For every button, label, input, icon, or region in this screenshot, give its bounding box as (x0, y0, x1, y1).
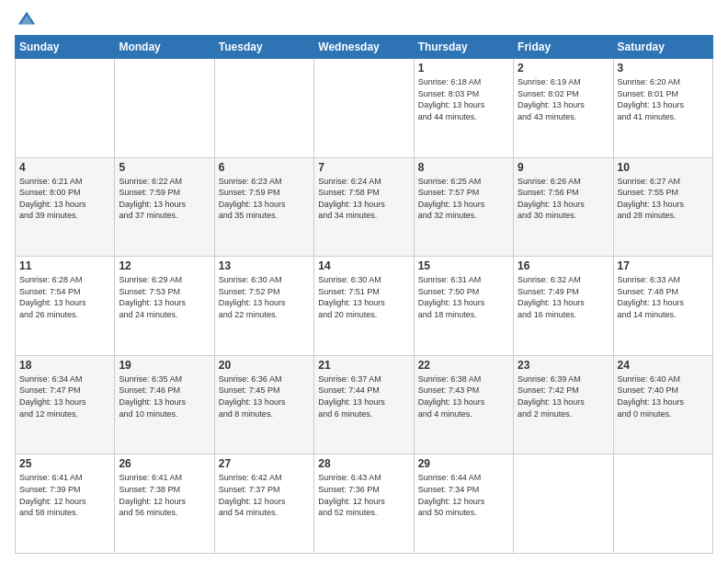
calendar-cell: 10Sunrise: 6:27 AM Sunset: 7:55 PM Dayli… (613, 157, 712, 257)
day-info: Sunrise: 6:39 AM Sunset: 7:42 PM Dayligh… (518, 373, 609, 419)
day-number: 12 (119, 259, 210, 272)
day-number: 26 (119, 457, 210, 470)
day-number: 13 (219, 259, 310, 272)
calendar-cell: 6Sunrise: 6:23 AM Sunset: 7:59 PM Daylig… (214, 157, 313, 257)
weekday-friday: Friday (514, 36, 613, 59)
calendar-cell: 18Sunrise: 6:34 AM Sunset: 7:47 PM Dayli… (16, 355, 115, 454)
calendar-cell: 21Sunrise: 6:37 AM Sunset: 7:44 PM Dayli… (314, 355, 414, 454)
day-info: Sunrise: 6:26 AM Sunset: 7:56 PM Dayligh… (518, 176, 609, 222)
calendar-week-2: 11Sunrise: 6:28 AM Sunset: 7:54 PM Dayli… (16, 257, 713, 356)
weekday-monday: Monday (115, 36, 214, 59)
day-number: 14 (318, 259, 409, 272)
day-number: 10 (618, 161, 709, 174)
day-info: Sunrise: 6:35 AM Sunset: 7:46 PM Dayligh… (119, 373, 210, 419)
day-info: Sunrise: 6:30 AM Sunset: 7:52 PM Dayligh… (219, 274, 310, 320)
day-info: Sunrise: 6:33 AM Sunset: 7:48 PM Dayligh… (618, 274, 709, 320)
calendar-cell: 19Sunrise: 6:35 AM Sunset: 7:46 PM Dayli… (115, 355, 214, 454)
day-number: 16 (518, 259, 609, 272)
day-number: 11 (19, 259, 110, 272)
day-number: 24 (618, 359, 709, 372)
calendar-week-0: 1Sunrise: 6:18 AM Sunset: 8:03 PM Daylig… (16, 59, 713, 158)
day-number: 1 (418, 62, 509, 75)
day-info: Sunrise: 6:23 AM Sunset: 7:59 PM Dayligh… (219, 176, 310, 222)
calendar-cell: 27Sunrise: 6:42 AM Sunset: 7:37 PM Dayli… (214, 454, 313, 554)
calendar-table: SundayMondayTuesdayWednesdayThursdayFrid… (15, 35, 713, 554)
calendar-cell: 12Sunrise: 6:29 AM Sunset: 7:53 PM Dayli… (115, 257, 214, 356)
calendar-cell: 11Sunrise: 6:28 AM Sunset: 7:54 PM Dayli… (16, 257, 115, 356)
calendar-week-4: 25Sunrise: 6:41 AM Sunset: 7:39 PM Dayli… (16, 454, 713, 554)
calendar-cell: 13Sunrise: 6:30 AM Sunset: 7:52 PM Dayli… (214, 257, 313, 356)
day-info: Sunrise: 6:42 AM Sunset: 7:37 PM Dayligh… (219, 472, 310, 518)
day-info: Sunrise: 6:34 AM Sunset: 7:47 PM Dayligh… (19, 373, 110, 419)
calendar-week-1: 4Sunrise: 6:21 AM Sunset: 8:00 PM Daylig… (16, 157, 713, 257)
day-number: 29 (418, 457, 509, 470)
day-number: 27 (219, 457, 310, 470)
calendar-cell: 4Sunrise: 6:21 AM Sunset: 8:00 PM Daylig… (16, 157, 115, 257)
calendar-cell: 1Sunrise: 6:18 AM Sunset: 8:03 PM Daylig… (414, 59, 513, 158)
weekday-thursday: Thursday (414, 36, 513, 59)
day-number: 9 (518, 161, 609, 174)
day-info: Sunrise: 6:31 AM Sunset: 7:50 PM Dayligh… (418, 274, 509, 320)
day-info: Sunrise: 6:27 AM Sunset: 7:55 PM Dayligh… (618, 176, 709, 222)
calendar-cell (613, 454, 712, 554)
day-info: Sunrise: 6:18 AM Sunset: 8:03 PM Dayligh… (418, 76, 509, 122)
day-info: Sunrise: 6:40 AM Sunset: 7:40 PM Dayligh… (618, 373, 709, 419)
day-info: Sunrise: 6:41 AM Sunset: 7:38 PM Dayligh… (119, 472, 210, 518)
day-number: 6 (219, 161, 310, 174)
calendar-cell: 29Sunrise: 6:44 AM Sunset: 7:34 PM Dayli… (414, 454, 513, 554)
calendar-cell (16, 59, 115, 158)
logo-icon (17, 9, 37, 29)
calendar-cell (214, 59, 313, 158)
day-number: 5 (119, 161, 210, 174)
calendar-cell: 15Sunrise: 6:31 AM Sunset: 7:50 PM Dayli… (414, 257, 513, 356)
weekday-sunday: Sunday (16, 36, 115, 59)
page-header (15, 9, 713, 29)
day-info: Sunrise: 6:30 AM Sunset: 7:51 PM Dayligh… (318, 274, 409, 320)
calendar-cell: 17Sunrise: 6:33 AM Sunset: 7:48 PM Dayli… (613, 257, 712, 356)
day-info: Sunrise: 6:37 AM Sunset: 7:44 PM Dayligh… (318, 373, 409, 419)
calendar-cell: 9Sunrise: 6:26 AM Sunset: 7:56 PM Daylig… (514, 157, 613, 257)
day-info: Sunrise: 6:29 AM Sunset: 7:53 PM Dayligh… (119, 274, 210, 320)
day-info: Sunrise: 6:36 AM Sunset: 7:45 PM Dayligh… (219, 373, 310, 419)
calendar-cell: 23Sunrise: 6:39 AM Sunset: 7:42 PM Dayli… (514, 355, 613, 454)
day-number: 17 (618, 259, 709, 272)
weekday-header-row: SundayMondayTuesdayWednesdayThursdayFrid… (16, 36, 713, 59)
day-number: 25 (19, 457, 110, 470)
day-number: 8 (418, 161, 509, 174)
calendar-cell: 5Sunrise: 6:22 AM Sunset: 7:59 PM Daylig… (115, 157, 214, 257)
weekday-saturday: Saturday (613, 36, 712, 59)
day-number: 7 (318, 161, 409, 174)
day-info: Sunrise: 6:20 AM Sunset: 8:01 PM Dayligh… (618, 76, 709, 122)
day-number: 2 (518, 62, 609, 75)
calendar-cell: 14Sunrise: 6:30 AM Sunset: 7:51 PM Dayli… (314, 257, 414, 356)
day-info: Sunrise: 6:32 AM Sunset: 7:49 PM Dayligh… (518, 274, 609, 320)
calendar-cell: 26Sunrise: 6:41 AM Sunset: 7:38 PM Dayli… (115, 454, 214, 554)
weekday-wednesday: Wednesday (314, 36, 414, 59)
day-number: 20 (219, 359, 310, 372)
day-number: 18 (19, 359, 110, 372)
calendar-cell: 7Sunrise: 6:24 AM Sunset: 7:58 PM Daylig… (314, 157, 414, 257)
calendar-cell: 28Sunrise: 6:43 AM Sunset: 7:36 PM Dayli… (314, 454, 414, 554)
calendar-cell: 24Sunrise: 6:40 AM Sunset: 7:40 PM Dayli… (613, 355, 712, 454)
day-number: 19 (119, 359, 210, 372)
day-info: Sunrise: 6:19 AM Sunset: 8:02 PM Dayligh… (518, 76, 609, 122)
logo (15, 9, 39, 29)
day-number: 21 (318, 359, 409, 372)
day-number: 22 (418, 359, 509, 372)
day-info: Sunrise: 6:22 AM Sunset: 7:59 PM Dayligh… (119, 176, 210, 222)
day-info: Sunrise: 6:24 AM Sunset: 7:58 PM Dayligh… (318, 176, 409, 222)
day-info: Sunrise: 6:21 AM Sunset: 8:00 PM Dayligh… (19, 176, 110, 222)
day-info: Sunrise: 6:28 AM Sunset: 7:54 PM Dayligh… (19, 274, 110, 320)
weekday-tuesday: Tuesday (214, 36, 313, 59)
calendar-cell: 20Sunrise: 6:36 AM Sunset: 7:45 PM Dayli… (214, 355, 313, 454)
calendar-week-3: 18Sunrise: 6:34 AM Sunset: 7:47 PM Dayli… (16, 355, 713, 454)
day-info: Sunrise: 6:41 AM Sunset: 7:39 PM Dayligh… (19, 472, 110, 518)
calendar-cell (115, 59, 214, 158)
calendar-cell (514, 454, 613, 554)
day-info: Sunrise: 6:38 AM Sunset: 7:43 PM Dayligh… (418, 373, 509, 419)
day-number: 23 (518, 359, 609, 372)
calendar-cell: 16Sunrise: 6:32 AM Sunset: 7:49 PM Dayli… (514, 257, 613, 356)
day-info: Sunrise: 6:44 AM Sunset: 7:34 PM Dayligh… (418, 472, 509, 518)
day-number: 15 (418, 259, 509, 272)
calendar-cell (314, 59, 414, 158)
